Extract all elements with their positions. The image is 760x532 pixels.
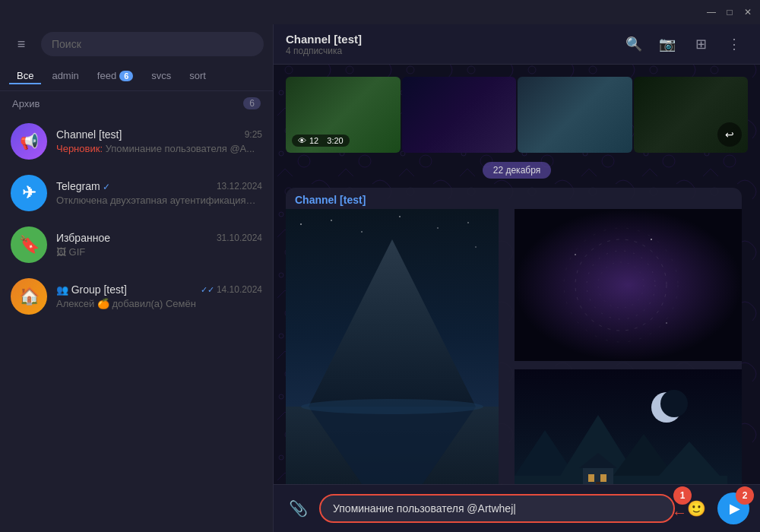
app-container: ≡ Все admin feed 6 svcs sort А bbox=[0, 24, 760, 532]
top-images-row: 👁 12 3:20 ↩ bbox=[286, 77, 748, 153]
chat-time-group-test: ✓✓ 14.10.2024 bbox=[201, 284, 262, 295]
post-img-stars bbox=[515, 209, 742, 361]
chat-name-saved: Избранное bbox=[56, 232, 110, 244]
mountain-svg bbox=[286, 209, 499, 484]
chat-area: Channel [test] 4 подписчика 🔍 📷 ⊞ ⋮ bbox=[274, 24, 760, 532]
chat-time-telegram: 13.12.2024 bbox=[217, 181, 262, 192]
titlebar: — □ ✕ bbox=[0, 0, 760, 24]
double-check-icon: ✓✓ bbox=[201, 285, 217, 294]
chat-time-channel-test: 9:25 bbox=[245, 129, 262, 140]
svg-point-8 bbox=[399, 216, 401, 217]
svg-point-21 bbox=[575, 254, 576, 255]
chat-item-group-test[interactable]: 🏠 👥 Group [test] ✓✓ 14.10.2024 Алексей bbox=[0, 271, 273, 322]
date-divider: 22 декабря bbox=[286, 162, 748, 179]
chat-content-channel-test: Channel [test] 9:25 Черновик: Упоминание… bbox=[56, 128, 262, 154]
more-options-button[interactable]: ⋮ bbox=[720, 30, 748, 58]
views-count: 12 bbox=[309, 136, 318, 145]
duration-text: 3:20 bbox=[327, 136, 343, 145]
chat-preview-saved: 🖼 GIF bbox=[56, 246, 262, 258]
chat-item-saved[interactable]: 🔖 Избранное 31.10.2024 🖼 GIF bbox=[0, 219, 273, 271]
svg-point-26 bbox=[660, 390, 688, 417]
attach-button[interactable]: 📎 bbox=[284, 495, 312, 522]
eye-icon: 👁 bbox=[298, 136, 306, 145]
chat-preview-telegram: Отключена двухэтапная аутентификация… bbox=[56, 195, 262, 206]
close-button[interactable]: ✕ bbox=[742, 6, 754, 18]
top-img-2 bbox=[402, 77, 517, 153]
chat-header: Channel [test] 4 подписчика 🔍 📷 ⊞ ⋮ bbox=[274, 24, 760, 65]
tab-feed[interactable]: feed 6 bbox=[90, 67, 141, 84]
archive-label: Архив bbox=[12, 98, 40, 109]
search-chat-icon: 🔍 bbox=[625, 36, 642, 52]
maximize-button[interactable]: □ bbox=[724, 6, 736, 18]
post-img-night-cabin: ↩ bbox=[515, 369, 742, 484]
more-icon: ⋮ bbox=[727, 36, 741, 52]
archive-badge: 6 bbox=[243, 97, 261, 109]
chat-content-group-test: 👥 Group [test] ✓✓ 14.10.2024 Алексей 🍊 д… bbox=[56, 283, 262, 309]
svg-point-11 bbox=[475, 246, 477, 248]
emoji-icon: 🙂 bbox=[687, 499, 706, 518]
svg-point-10 bbox=[467, 222, 469, 223]
date-pill: 22 декабря bbox=[483, 162, 551, 179]
filter-tabs: Все admin feed 6 svcs sort bbox=[0, 64, 273, 91]
chat-name-telegram: Telegram ✓ bbox=[56, 180, 110, 192]
svg-point-7 bbox=[361, 231, 363, 233]
channel-avatar-icon: 📢 bbox=[20, 132, 39, 150]
attach-icon: 📎 bbox=[289, 499, 308, 518]
chat-header-actions: 🔍 📷 ⊞ ⋮ bbox=[620, 30, 748, 58]
hamburger-button[interactable]: ≡ bbox=[9, 32, 33, 56]
channel-post-header: Channel [test] bbox=[286, 188, 742, 209]
chat-item-telegram[interactable]: ✈ Telegram ✓ 13.12.2024 Отключена двухэт… bbox=[0, 167, 273, 219]
top-img-3 bbox=[518, 77, 632, 153]
sidebar-header: ≡ bbox=[0, 24, 273, 64]
saved-avatar-icon: 🔖 bbox=[19, 235, 40, 255]
video-call-button[interactable]: 📷 bbox=[654, 30, 681, 58]
tab-all[interactable]: Все bbox=[9, 67, 41, 84]
tab-admin[interactable]: admin bbox=[44, 67, 86, 84]
svg-rect-34 bbox=[600, 474, 606, 482]
group-avatar-icon: 🏠 bbox=[19, 287, 40, 306]
post-img-mountain bbox=[286, 209, 499, 484]
message-input[interactable] bbox=[319, 494, 675, 523]
minimize-button[interactable]: — bbox=[705, 6, 717, 18]
chat-content-saved: Избранное 31.10.2024 🖼 GIF bbox=[56, 232, 262, 258]
chat-header-info: Channel [test] 4 подписчика bbox=[286, 33, 362, 56]
telegram-avatar-icon: ✈ bbox=[22, 183, 36, 203]
chat-subtitle: 4 подписчика bbox=[286, 46, 362, 56]
layout-button[interactable]: ⊞ bbox=[687, 30, 714, 58]
post-images: ↩ bbox=[286, 209, 742, 484]
svg-point-15 bbox=[301, 399, 483, 414]
views-badge: 👁 12 3:20 bbox=[292, 135, 350, 147]
forward-top-icon: ↩ bbox=[725, 128, 734, 141]
messages-area[interactable]: 👁 12 3:20 ↩ 22 декабря Channel [test] bbox=[274, 65, 760, 484]
annotation-badge-2: 2 bbox=[736, 486, 754, 505]
svg-rect-16 bbox=[515, 209, 742, 361]
avatar-group-test: 🏠 bbox=[11, 278, 47, 315]
annotation-badge-1: 1 bbox=[673, 486, 692, 505]
chat-title: Channel [test] bbox=[286, 33, 362, 46]
search-chat-button[interactable]: 🔍 bbox=[620, 30, 648, 58]
avatar-saved: 🔖 bbox=[11, 226, 47, 263]
chat-item-channel-test[interactable]: 📢 Channel [test] 9:25 Черновик: Упоминан… bbox=[0, 116, 273, 167]
channel-post: Channel [test] bbox=[286, 188, 742, 484]
chat-preview-group-test: Алексей 🍊 добавил(а) Семён bbox=[56, 298, 262, 309]
tab-sort[interactable]: sort bbox=[182, 67, 214, 84]
chat-name-group-test: 👥 Group [test] bbox=[56, 283, 127, 296]
svg-point-23 bbox=[666, 322, 667, 324]
hamburger-icon: ≡ bbox=[17, 36, 26, 52]
search-input[interactable] bbox=[41, 32, 264, 56]
layout-icon: ⊞ bbox=[695, 36, 707, 52]
tab-svcs[interactable]: svcs bbox=[144, 67, 179, 84]
chat-name-channel-test: Channel [test] bbox=[56, 128, 122, 141]
feed-badge: 6 bbox=[119, 71, 133, 81]
forward-top-button[interactable]: ↩ bbox=[717, 122, 742, 147]
input-area: 📎 🙂 ▶ 1 2 ← bbox=[274, 484, 760, 532]
svg-rect-31 bbox=[583, 468, 613, 484]
avatar-telegram: ✈ bbox=[11, 175, 47, 211]
chat-time-saved: 31.10.2024 bbox=[217, 233, 262, 243]
avatar-channel-test: 📢 bbox=[11, 123, 47, 160]
input-arrow-indicator: ← bbox=[672, 504, 687, 521]
archive-header: Архив 6 bbox=[0, 91, 273, 116]
svg-rect-33 bbox=[588, 474, 594, 482]
chat-list: 📢 Channel [test] 9:25 Черновик: Упоминан… bbox=[0, 116, 273, 532]
svg-point-5 bbox=[300, 223, 302, 225]
